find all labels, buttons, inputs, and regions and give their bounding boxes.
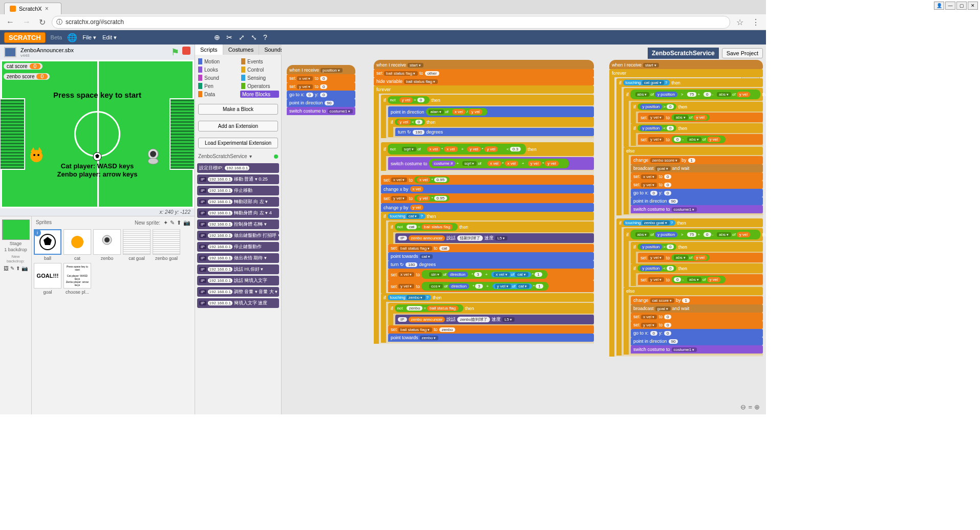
cat-data[interactable]: Data xyxy=(197,91,236,98)
palette-block[interactable]: IP192.168.0.1移動 普通 ▾ 0.25 xyxy=(197,174,279,184)
save-project-button[interactable]: Save Project xyxy=(722,48,763,58)
zoom-in-icon[interactable]: ⊕ xyxy=(754,403,760,411)
palette-block[interactable]: IP192.168.0.1轉動身體 向 左 ▾ 4 xyxy=(197,208,279,218)
sprite-item-choosepl[interactable]: Press space key to startCat player: WASD… xyxy=(63,263,91,295)
cat-events[interactable]: Events xyxy=(240,58,279,65)
scratch-logo[interactable]: SCRATCH xyxy=(4,32,46,43)
sprite-item-cat[interactable]: cat xyxy=(63,229,91,261)
project-filename: ZenboAnnouncer.sbx v448 xyxy=(20,47,74,58)
upload-icon[interactable]: ⬆ xyxy=(16,266,20,271)
extension-name[interactable]: ZenboScratchService▾ xyxy=(195,151,281,161)
url-bar[interactable]: ⓘ scratchx.org/#scratch xyxy=(52,16,730,29)
sprite-upload-icon[interactable]: ⬆ xyxy=(177,219,181,226)
globe-icon[interactable]: 🌐 xyxy=(67,33,77,42)
back-icon[interactable]: ← xyxy=(4,16,16,28)
cat-looks[interactable]: Looks xyxy=(197,66,236,73)
script-area[interactable]: ZenboScratchService Save Project x: 0y: … xyxy=(282,45,766,414)
palette-block[interactable]: IP192.168.0.1說話 簡填入文字 xyxy=(197,276,279,285)
sprite-item-zenbo[interactable]: zenbo xyxy=(93,229,121,261)
main-area: ZenboAnnouncer.sbx v448 ⚑ cat score0 zen… xyxy=(0,45,766,414)
reload-icon[interactable]: ↻ xyxy=(37,16,48,28)
shrink-icon[interactable]: ⤡ xyxy=(251,33,257,41)
cat-control[interactable]: Control xyxy=(240,66,279,73)
project-icon[interactable] xyxy=(4,47,16,57)
svg-point-5 xyxy=(148,158,158,164)
palette-block[interactable]: IP192.168.0.1停止鍵盤動作 xyxy=(197,242,279,252)
stage[interactable]: cat score0 zenbo score0 Press space key … xyxy=(1,60,194,208)
svg-point-10 xyxy=(71,236,83,248)
service-label: ZenboScratchService xyxy=(648,48,719,59)
menu-file[interactable]: File ▾ xyxy=(82,34,96,41)
browser-tab-bar: ScratchX × 👤 — ▢ ✕ xyxy=(0,0,766,14)
palette-block[interactable]: 設定目標IP:192.168.0.1 xyxy=(197,163,279,173)
scissors-icon[interactable]: ✂ xyxy=(226,33,232,41)
forward-icon[interactable]: → xyxy=(20,16,33,28)
backdrop-tools: 🖼 ✎ ⬆ 📷 xyxy=(2,266,29,271)
tab-costumes[interactable]: Costumes xyxy=(223,45,260,55)
sprite-camera-icon[interactable]: 📷 xyxy=(183,219,190,226)
cat-pen[interactable]: Pen xyxy=(197,82,236,90)
svg-point-4 xyxy=(150,151,156,157)
zenbo-sprite[interactable] xyxy=(144,147,162,165)
stage-column: Stage 1 backdrop New backdrop: 🖼 ✎ ⬆ 📷 xyxy=(0,216,32,414)
help-icon[interactable]: ? xyxy=(263,33,267,41)
paint-icon[interactable]: ✎ xyxy=(10,266,14,271)
scratch-header: SCRATCH Beta 🌐 File ▾ Edit ▾ ⊕ ✂ ⤢ ⤡ ? xyxy=(0,30,766,45)
script-header: ZenboScratchService Save Project xyxy=(648,48,763,59)
menu-icon[interactable]: ⋮ xyxy=(750,16,762,28)
palette-block[interactable]: IP192.168.0.1控制身體 右轉 ▾ xyxy=(197,219,279,229)
cat-motion[interactable]: Motion xyxy=(197,58,236,65)
palette-block[interactable]: IP192.168.0.1說話 HI,你好 ▾ xyxy=(197,264,279,274)
tab-scripts[interactable]: Scripts xyxy=(195,45,223,55)
star-icon[interactable]: ☆ xyxy=(734,16,745,28)
cat-operators[interactable]: Operators xyxy=(240,82,279,90)
sprite-item-catgoal[interactable]: cat goal xyxy=(123,229,151,261)
cat-sprite[interactable] xyxy=(26,147,47,167)
browser-tab[interactable]: ScratchX × xyxy=(4,3,61,14)
zoom-out-icon[interactable]: ⊖ xyxy=(740,403,746,411)
cat-sensing[interactable]: Sensing xyxy=(240,74,279,81)
camera-icon[interactable]: 📷 xyxy=(22,266,28,271)
cat-more[interactable]: More Blocks xyxy=(240,91,279,98)
palette-block[interactable]: IP192.168.0.1做出鍵盤動作 打招呼 ▾ xyxy=(197,231,279,240)
palette-block[interactable]: IP192.168.0.1停止移動 xyxy=(197,186,279,195)
browser-chrome: ScratchX × 👤 — ▢ ✕ ← → ↻ ⓘ scratchx.org/… xyxy=(0,0,766,30)
stage-thumb[interactable] xyxy=(2,219,30,240)
stage-coords: x: 240 y: -122 xyxy=(0,208,195,216)
stop-icon[interactable] xyxy=(182,47,190,55)
make-block-button[interactable]: Make a Block xyxy=(198,104,278,115)
palette-block[interactable]: IP192.168.0.1簡填入文字 速度 xyxy=(197,298,279,308)
stage-header: ZenboAnnouncer.sbx v448 ⚑ xyxy=(0,45,195,60)
stage-instruction-1: Press space key to start xyxy=(1,91,194,99)
stamp-icon[interactable]: ⊕ xyxy=(214,33,220,41)
grow-icon[interactable]: ⤢ xyxy=(239,33,245,41)
load-extension-button[interactable]: Load Experimental Extension xyxy=(198,138,278,148)
block-palette: 設定目標IP:192.168.0.1 IP192.168.0.1移動 普通 ▾ … xyxy=(195,161,281,414)
tab-favicon xyxy=(10,6,16,12)
green-flag-icon[interactable]: ⚑ xyxy=(171,47,179,58)
palette-block[interactable]: IP192.168.0.1做出表情 期待 ▾ xyxy=(197,253,279,263)
script-stack-3[interactable]: when I receivestart forever iftouchingca… xyxy=(609,60,763,357)
scratch-menu: File ▾ Edit ▾ xyxy=(82,34,117,41)
script-stack-1[interactable]: when I receiveposition setx velto0 sety … xyxy=(287,65,355,115)
palette-block[interactable]: IP192.168.0.1調整 音量 ▾ 音量 大 ▾ xyxy=(197,287,279,297)
sprite-paint-icon[interactable]: ✎ xyxy=(170,219,175,226)
menu-edit[interactable]: Edit ▾ xyxy=(102,34,117,41)
zoom-controls: ⊖ = ⊕ xyxy=(740,403,760,411)
ball-sprite[interactable] xyxy=(93,152,102,161)
sprite-item-ball[interactable]: i ball xyxy=(34,229,61,261)
info-icon[interactable]: i xyxy=(34,229,41,236)
palette-block[interactable]: IP192.168.0.1轉動頭部 向 左 ▾ xyxy=(197,197,279,207)
sprite-item-zenbogoal[interactable]: zenbo goal xyxy=(153,229,180,261)
tabs: Scripts Costumes Sounds xyxy=(195,45,281,55)
library-icon[interactable]: 🖼 xyxy=(4,266,9,271)
stage-instruction-3: Zenbo player: arrow keys xyxy=(1,170,194,178)
close-icon[interactable]: × xyxy=(45,5,49,12)
zoom-reset-icon[interactable]: = xyxy=(748,403,752,411)
script-stack-2[interactable]: when I receivestart setball status flagt… xyxy=(374,60,594,344)
add-extension-button[interactable]: Add an Extension xyxy=(198,121,278,131)
cat-sound[interactable]: Sound xyxy=(197,74,236,81)
sprite-library-icon[interactable]: ✦ xyxy=(163,219,168,226)
sprite-item-goal[interactable]: GOAL!!! goal xyxy=(34,263,61,295)
status-dot-icon xyxy=(274,154,278,159)
